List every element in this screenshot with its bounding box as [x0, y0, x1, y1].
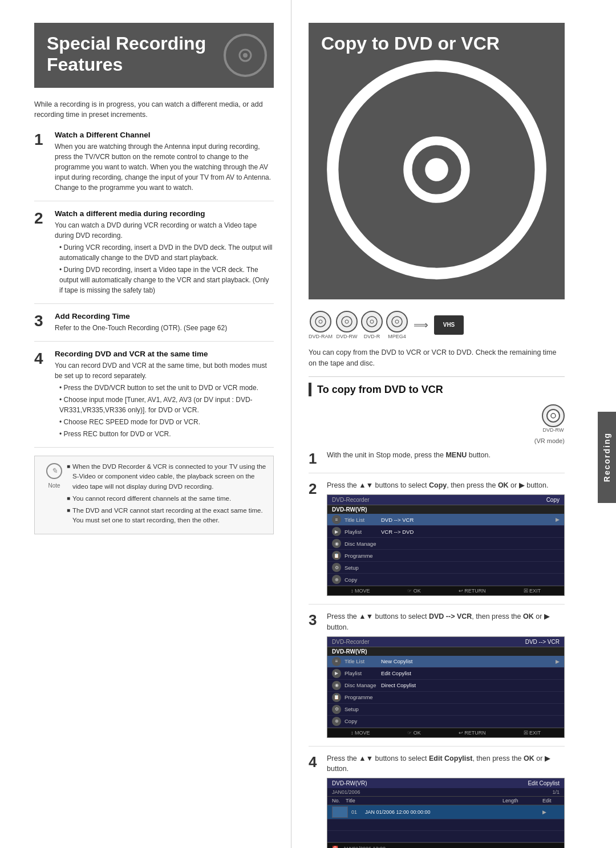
- right-intro: You can copy from the DVD to VCR or VCR …: [309, 347, 565, 369]
- right-disc-decoration: [321, 54, 552, 285]
- dvdrw-circle: [542, 404, 565, 427]
- copylist-sub-right: 1/1: [552, 789, 560, 795]
- step-4-content: Press the ▲▼ buttons to select Edit Copy…: [327, 753, 565, 848]
- copylist-sub-left: JAN01/2006: [332, 789, 360, 795]
- menu-3-header: DVD-Recorder DVD --> VCR: [327, 637, 564, 647]
- disc-decoration: [222, 33, 268, 78]
- menu-3-row-2-value: Edit Copylist: [381, 670, 560, 676]
- menu-2-footer-2: ☞ OK: [407, 588, 421, 594]
- left-intro: While a recording is in progress, you ca…: [34, 99, 274, 121]
- menu-3-row-3-value: Direct Copylist: [381, 682, 560, 688]
- menu-2-footer-3: ↩ RETURN: [459, 588, 486, 594]
- note-item-2: You cannot record different channels at …: [67, 494, 266, 504]
- menu-2-header-right: Copy: [546, 497, 560, 503]
- menu-3-footer: ↕ MOVE ☞ OK ↩ RETURN ☒ EXIT: [327, 728, 564, 737]
- subsection-header: To copy from DVD to VCR: [309, 383, 565, 396]
- step-4: 4 Press the ▲▼ buttons to select Edit Co…: [309, 753, 565, 848]
- menu-2-header-left: DVD-Recorder: [332, 497, 370, 503]
- menu-2-row-1-arrow: ▶: [556, 517, 560, 522]
- menu-3-row-4: 📋 Programme: [327, 692, 564, 704]
- section-4-title: Recording DVD and VCR at the same time: [55, 350, 274, 358]
- step-2-content: Press the ▲▼ buttons to select Copy, the…: [327, 480, 565, 597]
- svg-point-14: [547, 409, 560, 422]
- menu-3-footer-1: ↕ MOVE: [351, 730, 370, 736]
- page-container: Special Recording Features While a recor…: [0, 0, 616, 848]
- section-2-title: Watch a different media during recording: [55, 209, 274, 218]
- step-3-number: 3: [309, 611, 327, 739]
- menu-3-row-1-arrow: ▶: [556, 659, 560, 664]
- svg-point-2: [243, 53, 248, 58]
- menu-3-row-2-icon: ▶: [332, 669, 341, 678]
- menu-3-row-6-icon: ⊕: [332, 717, 341, 726]
- section-4-content: Recording DVD and VCR at the same time Y…: [55, 350, 274, 439]
- dvdrw-icon-label: DVD-RW: [543, 427, 564, 433]
- section-4-body: You can record DVD and VCR at the same t…: [55, 360, 274, 439]
- section-4-bullet-3: Choose REC SPEED mode for DVD or VCR.: [59, 417, 274, 427]
- menu-2-row-6-icon: ⊕: [332, 575, 341, 584]
- menu-2-row-5-label: Setup: [345, 565, 379, 571]
- right-column: Copy to DVD or VCR DVD-RAM DVD-RW: [291, 0, 582, 848]
- media-icon-dvdram: DVD-RAM: [309, 311, 333, 339]
- menu-3-row-5-label: Setup: [345, 706, 379, 712]
- menu-2-row-4: 📋 Programme: [327, 550, 564, 562]
- menu-2-row-3-icon: ◉: [332, 539, 341, 548]
- note-item-1: When the DVD Recorder & VCR is connected…: [67, 462, 266, 492]
- menu-3-row-1: ≡ Title List New Copylist ▶: [327, 656, 564, 668]
- step-1-text: With the unit in Stop mode, press the ME…: [327, 450, 565, 461]
- menu-2-row-6: ⊕ Copy: [327, 574, 564, 586]
- menu-3-subheader: DVD-RW(VR): [327, 647, 564, 656]
- svg-point-5: [425, 158, 448, 181]
- note-icon: ✎: [46, 463, 62, 479]
- svg-point-15: [551, 413, 556, 418]
- menu-2-footer-1: ↕ MOVE: [351, 588, 370, 594]
- step-4-text: Press the ▲▼ buttons to select Edit Copy…: [327, 753, 565, 775]
- step-1-number: 1: [309, 450, 327, 466]
- menu-3-row-5-icon: ⚙: [332, 705, 341, 714]
- menu-2-row-5: ⚙ Setup: [327, 562, 564, 574]
- col-title: Title: [346, 798, 502, 804]
- section-2-body: You can watch a DVD during VCR recording…: [55, 220, 274, 295]
- note-icon-area: ✎ Note: [42, 462, 67, 528]
- section-1-content: Watch a Different Channel When you are w…: [55, 131, 274, 193]
- menu-3-footer-3: ↩ RETURN: [459, 730, 486, 736]
- copylist-header-left: DVD-RW(VR): [332, 780, 367, 786]
- menu-2-row-2-value: VCR --> DVD: [381, 529, 560, 535]
- left-header: Special Recording Features: [34, 23, 274, 88]
- menu-2-footer-4: ☒ EXIT: [524, 588, 541, 594]
- copylist-bottom-1: 📅 JAN01/2006 12:00: [332, 845, 560, 848]
- section-3-content: Add Recording Time Refer to the One-Touc…: [55, 312, 274, 333]
- dvdram-icon: [310, 311, 331, 332]
- step-4-number: 4: [309, 753, 327, 848]
- subsection-title: To copy from DVD to VCR: [317, 384, 443, 396]
- copylist-empty-1: [327, 819, 564, 831]
- section-2-content: Watch a different media during recording…: [55, 209, 274, 295]
- menu-2-row-2-icon: ▶: [332, 527, 341, 536]
- step-2: 2 Press the ▲▼ buttons to select Copy, t…: [309, 480, 565, 604]
- note-body: When the DVD Recorder & VCR is connected…: [67, 462, 266, 528]
- section-1: 1 Watch a Different Channel When you are…: [34, 131, 274, 201]
- right-title: Copy to DVD or VCR: [321, 33, 552, 54]
- menu-3-row-1-value: New Copylist: [381, 658, 556, 664]
- svg-point-8: [342, 317, 352, 327]
- section-2: 2 Watch a different media during recordi…: [34, 209, 274, 304]
- section-2-bullet-2: During DVD recording, insert a Video tap…: [59, 265, 274, 295]
- vr-mode-label: (VR mode): [309, 437, 565, 444]
- copylist-row-1-edit: ▶: [542, 809, 560, 815]
- menu-2-header: DVD-Recorder Copy: [327, 495, 564, 505]
- section-1-number: 1: [34, 131, 55, 193]
- section-1-title: Watch a Different Channel: [55, 131, 274, 139]
- section-3-title: Add Recording Time: [55, 312, 274, 320]
- copylist-row-1-no: 01: [351, 809, 365, 815]
- menu-2-row-2-label: Playlist: [345, 529, 379, 535]
- media-icon-mpeg4: MPEG4: [386, 311, 408, 339]
- media-icons-row: DVD-RAM DVD-RW DVD-R MPEG4 ⟹: [309, 311, 565, 339]
- menu-3-row-1-label: Title List: [345, 658, 379, 664]
- section-4: 4 Recording DVD and VCR at the same time…: [34, 350, 274, 448]
- dvdr-icon: [361, 311, 383, 332]
- mpeg4-icon: [386, 311, 408, 332]
- left-column: Special Recording Features While a recor…: [0, 0, 291, 848]
- menu-3-row-6: ⊕ Copy: [327, 716, 564, 728]
- dvdrw-icon-area: DVD-RW: [309, 404, 565, 433]
- copylist-sub: JAN01/2006 1/1: [327, 788, 564, 797]
- copylist-header: DVD-RW(VR) Edit Copylist: [327, 778, 564, 788]
